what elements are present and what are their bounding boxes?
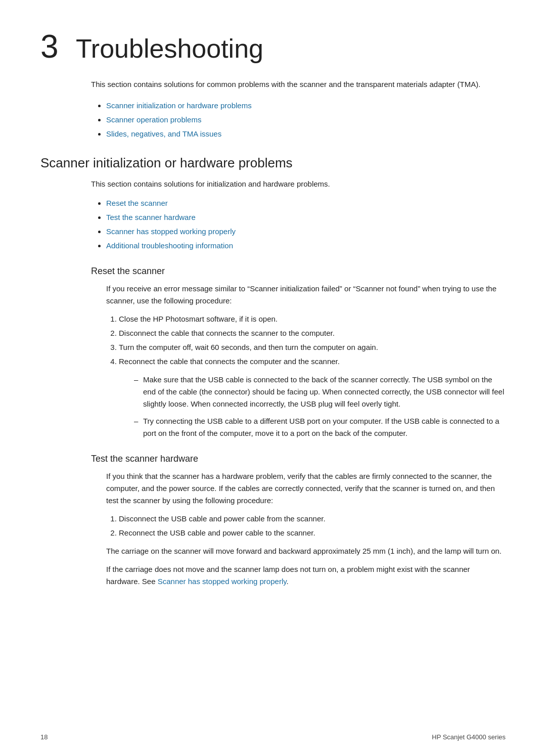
- chapter-title: Troubleshooting: [76, 30, 263, 63]
- reset-step-1: Close the HP Photosmart software, if it …: [119, 313, 506, 325]
- reset-step-2: Disconnect the cable that connects the s…: [119, 327, 506, 339]
- link-scanner-stopped[interactable]: Scanner has stopped working properly: [106, 227, 236, 236]
- hardware-section-intro: This section contains solutions for init…: [91, 178, 506, 190]
- reset-subsection-title: Reset the scanner: [91, 266, 506, 277]
- toc-item-tma[interactable]: Slides, negatives, and TMA issues: [106, 128, 506, 140]
- toc-item-hardware[interactable]: Scanner initialization or hardware probl…: [106, 100, 506, 112]
- reset-dash-item-1: Make sure that the USB cable is connecte…: [134, 374, 506, 410]
- toc-item-operation[interactable]: Scanner operation problems: [106, 114, 506, 126]
- test-subsection-title: Test the scanner hardware: [91, 454, 506, 464]
- reset-steps-list: Close the HP Photosmart software, if it …: [119, 313, 506, 368]
- hardware-section-title: Scanner initialization or hardware probl…: [40, 155, 506, 171]
- toc-link-operation[interactable]: Scanner operation problems: [106, 115, 201, 124]
- test-note1: The carriage on the scanner will move fo…: [106, 545, 506, 557]
- hardware-link-item-test[interactable]: Test the scanner hardware: [106, 211, 506, 224]
- test-note2: If the carriage does not move and the sc…: [106, 563, 506, 588]
- test-note2-after: .: [287, 577, 289, 586]
- link-test-scanner[interactable]: Test the scanner hardware: [106, 213, 196, 221]
- test-step-1: Disconnect the USB cable and power cable…: [119, 513, 506, 525]
- reset-step-3: Turn the computer off, wait 60 seconds, …: [119, 341, 506, 353]
- test-step-2: Reconnect the USB cable and power cable …: [119, 527, 506, 539]
- chapter-header: 3 Troubleshooting: [40, 30, 506, 63]
- toc-link-hardware[interactable]: Scanner initialization or hardware probl…: [106, 101, 252, 110]
- intro-text: This section contains solutions for comm…: [91, 78, 506, 91]
- hardware-links-list: Reset the scanner Test the scanner hardw…: [106, 197, 506, 252]
- reset-intro-text: If you receive an error message similar …: [106, 283, 506, 307]
- hardware-link-item-reset[interactable]: Reset the scanner: [106, 197, 506, 209]
- link-additional-troubleshooting[interactable]: Additional troubleshooting information: [106, 241, 233, 250]
- reset-dash-item-2: Try connecting the USB cable to a differ…: [134, 415, 506, 439]
- reset-step-4: Reconnect the cable that connects the co…: [119, 355, 506, 368]
- test-intro-text: If you think that the scanner has a hard…: [106, 470, 506, 507]
- hardware-link-item-additional[interactable]: Additional troubleshooting information: [106, 240, 506, 252]
- page-footer: 18 HP Scanjet G4000 series: [40, 733, 506, 741]
- product-name: HP Scanjet G4000 series: [432, 733, 506, 741]
- toc-list: Scanner initialization or hardware probl…: [106, 100, 506, 140]
- link-reset-scanner[interactable]: Reset the scanner: [106, 199, 168, 207]
- test-note2-link[interactable]: Scanner has stopped working properly: [158, 577, 287, 586]
- toc-link-tma[interactable]: Slides, negatives, and TMA issues: [106, 129, 221, 138]
- reset-dash-list: Make sure that the USB cable is connecte…: [134, 374, 506, 439]
- hardware-link-item-stopped[interactable]: Scanner has stopped working properly: [106, 226, 506, 238]
- test-steps-list: Disconnect the USB cable and power cable…: [119, 513, 506, 539]
- chapter-number: 3: [40, 30, 66, 63]
- page-number: 18: [40, 733, 48, 741]
